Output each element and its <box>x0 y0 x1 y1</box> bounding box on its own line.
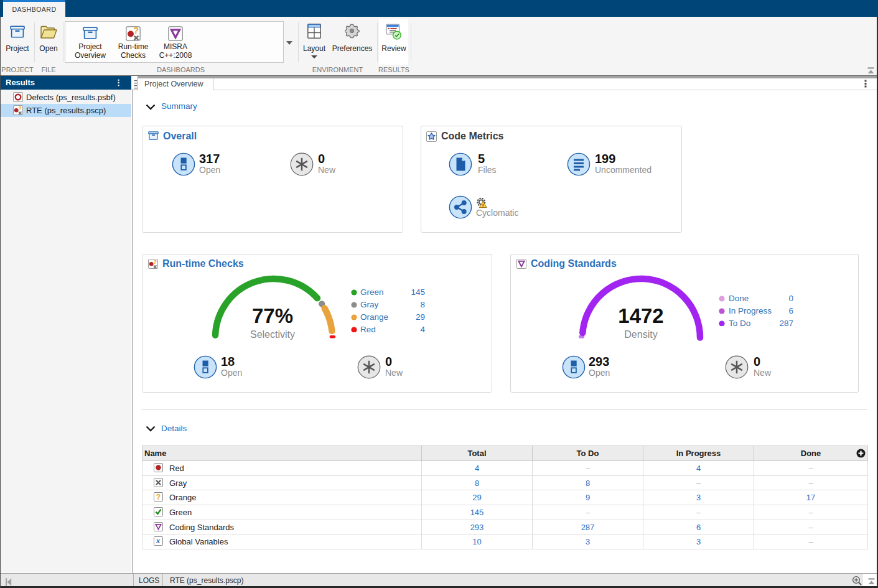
svg-text:?: ? <box>153 259 157 265</box>
svg-text:?: ? <box>18 105 22 111</box>
svg-text:?: ? <box>133 26 139 35</box>
svg-text:?: ? <box>156 493 161 502</box>
svg-text:x: x <box>156 537 160 546</box>
